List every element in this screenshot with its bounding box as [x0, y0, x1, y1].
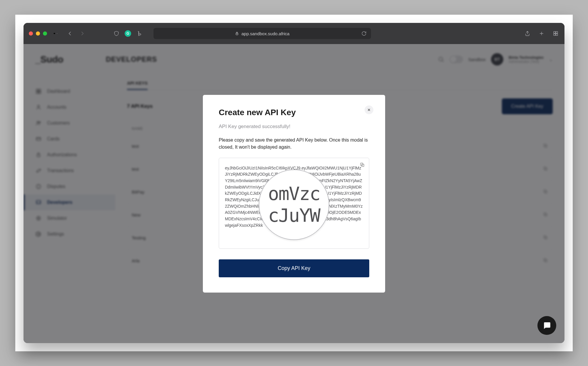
forward-button[interactable]: [79, 30, 86, 37]
browser-chrome: G app.sandbox.sudo.africa: [24, 23, 564, 44]
close-window-icon[interactable]: [29, 31, 33, 36]
magnifier-lens: omVzc cJuYW: [259, 169, 329, 240]
url-bar[interactable]: app.sandbox.sudo.africa: [153, 28, 371, 39]
intercom-launcher[interactable]: [537, 316, 556, 335]
modal-instruction: Please copy and save the generated API K…: [219, 137, 369, 151]
svg-rect-0: [54, 33, 55, 34]
minimize-window-icon[interactable]: [36, 31, 40, 36]
svg-rect-2: [236, 33, 238, 35]
maximize-window-icon[interactable]: [43, 31, 47, 36]
back-button[interactable]: [66, 30, 74, 37]
new-tab-icon[interactable]: [538, 30, 545, 37]
modal-title: Create new API Key: [219, 108, 369, 117]
grammarly-extension-icon[interactable]: G: [125, 30, 131, 37]
browser-window: G app.sandbox.sudo.africa _Sudo DEVELOPE…: [24, 23, 564, 343]
reload-icon[interactable]: [360, 30, 368, 37]
bing-extension-icon[interactable]: [136, 30, 143, 37]
close-icon[interactable]: [365, 105, 373, 114]
magnified-text-1: omVzc: [268, 183, 320, 205]
window-controls: [29, 31, 47, 36]
lock-icon: [235, 31, 239, 36]
share-icon[interactable]: [524, 30, 531, 37]
copy-api-key-button[interactable]: Copy API Key: [219, 259, 369, 277]
svg-rect-4: [556, 31, 558, 33]
copy-icon[interactable]: [360, 162, 365, 169]
sidebar-toggle[interactable]: [54, 32, 58, 35]
api-key-box: eyJhbGciOiJIUzI1NiIsInR5cCI6IkpXVCJ9.eyJ…: [219, 158, 369, 249]
magnified-text-2: cJuYW: [268, 205, 320, 226]
modal-subtitle: API Key generated successfully!: [219, 124, 369, 130]
modal-overlay: Create new API Key API Key generated suc…: [24, 44, 564, 343]
create-api-key-modal: Create new API Key API Key generated suc…: [203, 95, 385, 293]
viewport: _Sudo DEVELOPERS Sandbox BT Binta Techno…: [24, 44, 564, 343]
tab-overview-icon[interactable]: [552, 30, 559, 37]
svg-rect-6: [556, 34, 558, 36]
svg-rect-5: [554, 34, 555, 36]
svg-rect-3: [554, 31, 555, 33]
shield-icon[interactable]: [113, 30, 120, 37]
url-text: app.sandbox.sudo.africa: [241, 31, 289, 36]
